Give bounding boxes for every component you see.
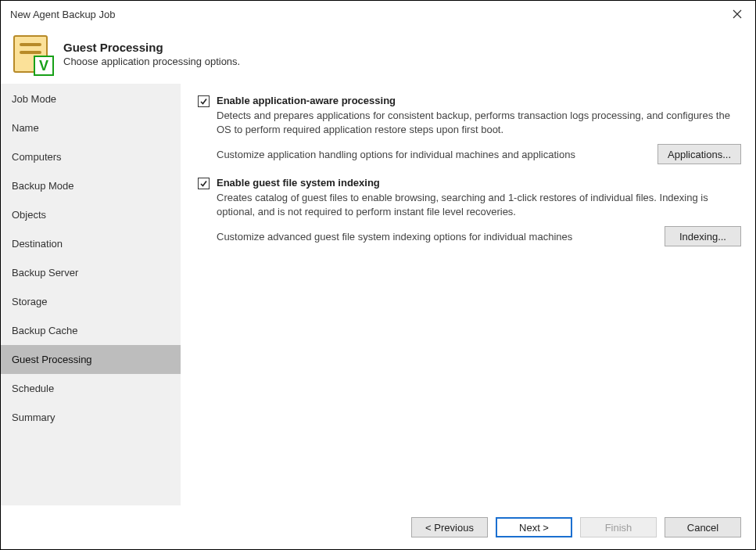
- veeam-badge-icon: V: [34, 56, 54, 76]
- previous-button[interactable]: < Previous: [411, 517, 488, 537]
- option-indexing: Enable guest file system indexing Create…: [198, 177, 741, 246]
- sidebar-item-job-mode[interactable]: Job Mode: [1, 84, 181, 113]
- close-button[interactable]: [719, 1, 755, 27]
- wizard-step-icon: V: [12, 34, 52, 74]
- sidebar-item-name[interactable]: Name: [1, 113, 181, 142]
- option-app-aware-desc: Detects and prepares applications for co…: [217, 109, 741, 136]
- sidebar-item-backup-mode[interactable]: Backup Mode: [1, 171, 181, 200]
- sidebar-item-destination[interactable]: Destination: [1, 229, 181, 258]
- check-icon: [199, 179, 208, 188]
- wizard-window: New Agent Backup Job V Guest Processing …: [0, 0, 756, 550]
- wizard-footer: < Previous Next > Finish Cancel: [1, 505, 755, 549]
- option-indexing-customize-text: Customize advanced guest file system ind…: [217, 231, 665, 243]
- sidebar-item-storage[interactable]: Storage: [1, 287, 181, 316]
- wizard-body: Job Mode Name Computers Backup Mode Obje…: [1, 84, 755, 505]
- option-app-aware: Enable application-aware processing Dete…: [198, 95, 741, 164]
- wizard-header-text: Guest Processing Choose application proc…: [63, 41, 240, 67]
- indexing-button[interactable]: Indexing...: [665, 226, 741, 246]
- option-app-aware-title: Enable application-aware processing: [217, 95, 741, 106]
- applications-button[interactable]: Applications...: [657, 144, 741, 164]
- option-app-aware-customize-text: Customize application handling options f…: [217, 149, 657, 160]
- step-title: Guest Processing: [63, 41, 240, 54]
- sidebar-item-computers[interactable]: Computers: [1, 142, 181, 171]
- step-subtitle: Choose application processing options.: [63, 56, 240, 67]
- check-icon: [199, 97, 208, 106]
- sidebar-item-schedule[interactable]: Schedule: [1, 374, 181, 403]
- checkbox-indexing[interactable]: [198, 178, 210, 189]
- next-button[interactable]: Next >: [496, 517, 572, 537]
- sidebar-item-guest-processing[interactable]: Guest Processing: [1, 345, 181, 374]
- option-indexing-desc: Creates catalog of guest files to enable…: [217, 191, 741, 218]
- wizard-sidebar: Job Mode Name Computers Backup Mode Obje…: [1, 84, 181, 505]
- wizard-content: Enable application-aware processing Dete…: [181, 84, 755, 505]
- sidebar-item-summary[interactable]: Summary: [1, 403, 181, 432]
- sidebar-item-objects[interactable]: Objects: [1, 200, 181, 229]
- close-icon: [733, 8, 742, 21]
- checkbox-app-aware[interactable]: [198, 95, 210, 107]
- sidebar-item-backup-cache[interactable]: Backup Cache: [1, 316, 181, 345]
- option-indexing-title: Enable guest file system indexing: [217, 177, 741, 189]
- cancel-button[interactable]: Cancel: [665, 517, 741, 537]
- title-bar: New Agent Backup Job: [1, 1, 755, 27]
- sidebar-item-backup-server[interactable]: Backup Server: [1, 258, 181, 287]
- window-title: New Agent Backup Job: [10, 9, 719, 20]
- finish-button: Finish: [580, 517, 657, 537]
- wizard-header: V Guest Processing Choose application pr…: [1, 27, 755, 84]
